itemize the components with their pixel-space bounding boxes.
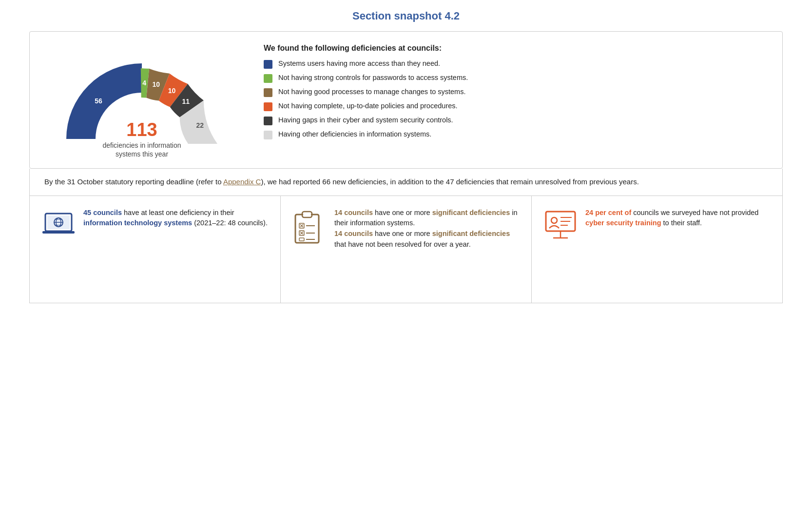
card-3-text: 24 per cent of councils we surveyed have… (585, 208, 771, 229)
donut-label-3: 10 (168, 87, 176, 95)
legend-swatch-2 (264, 88, 272, 97)
card-2: 14 councils have one or more significant… (281, 196, 532, 303)
card-2-highlight1: 14 councils (334, 209, 373, 216)
legend-swatch-0 (264, 60, 272, 69)
donut-label-1: 4 (142, 79, 146, 87)
svg-rect-7 (42, 231, 75, 234)
card-2-highlight2: significant deficiencies (432, 209, 510, 216)
legend-text-3: Not having complete, up-to-date policies… (278, 102, 458, 110)
svg-rect-8 (295, 215, 319, 243)
donut-chart: 56410101122 113 deficiencies in informat… (59, 46, 225, 158)
card-1-text: 45 councils have at least one deficiency… (83, 208, 269, 229)
chart-center: 113 deficiencies in informationsystems t… (102, 120, 181, 158)
card-1-highlight2: information technology systems (83, 219, 192, 227)
card-2-highlight3: 14 councils (334, 230, 373, 237)
deficiency-label: deficiencies in informationsystems this … (102, 141, 181, 158)
clipboard-icon (292, 208, 327, 244)
legend-item-3: Not having complete, up-to-date policies… (264, 102, 768, 111)
legend-swatch-3 (264, 102, 272, 111)
card-1-highlight1: 45 councils (83, 209, 122, 216)
deficiency-total: 113 (102, 120, 181, 139)
legend-text-4: Having gaps in their cyber and system se… (278, 116, 453, 124)
legend-swatch-4 (264, 117, 272, 125)
card-2-highlight4: significant deficiencies (432, 230, 510, 237)
bottom-cards: 45 councils have at least one deficiency… (29, 196, 783, 303)
donut-label-0: 56 (95, 97, 102, 105)
legend-swatch-1 (264, 74, 272, 83)
legend-text-0: Systems users having more access than th… (278, 59, 440, 67)
legend-text-1: Not having strong controls for passwords… (278, 74, 468, 81)
presentation-icon (543, 208, 578, 241)
appendix-link[interactable]: Appendix C (223, 177, 261, 186)
donut-label-2: 10 (152, 80, 160, 88)
svg-rect-10 (303, 213, 311, 216)
chart-area: 56410101122 113 deficiencies in informat… (39, 41, 244, 158)
legend-area: We found the following deficiencies at c… (244, 41, 768, 144)
card-1: 45 councils have at least one deficiency… (30, 196, 281, 303)
legend-swatch-5 (264, 131, 272, 139)
card-3-highlight1: 24 per cent of (585, 209, 631, 216)
legend-text-5: Having other deficiencies in information… (278, 130, 431, 138)
donut-label-5: 22 (196, 121, 204, 129)
card-3: 24 per cent of councils we surveyed have… (532, 196, 782, 303)
legend-text-2: Not having good processes to manage chan… (278, 88, 465, 96)
legend-title: We found the following deficiencies at c… (264, 44, 768, 53)
legend-item-0: Systems users having more access than th… (264, 59, 768, 69)
legend-items: Systems users having more access than th… (264, 59, 768, 139)
legend-item-5: Having other deficiencies in information… (264, 130, 768, 139)
donut-label-4: 11 (182, 98, 190, 105)
legend-item-4: Having gaps in their cyber and system se… (264, 116, 768, 125)
svg-point-22 (551, 217, 557, 223)
top-box: 56410101122 113 deficiencies in informat… (29, 31, 783, 169)
svg-rect-19 (299, 238, 304, 241)
card-2-text: 14 councils have one or more significant… (334, 208, 520, 250)
legend-item-2: Not having good processes to manage chan… (264, 88, 768, 97)
legend-item-1: Not having strong controls for passwords… (264, 74, 768, 83)
card-3-highlight2: cyber security training (585, 219, 661, 227)
text-after-link: ), we had reported 66 new deficiencies, … (261, 177, 638, 186)
laptop-icon (41, 208, 76, 239)
